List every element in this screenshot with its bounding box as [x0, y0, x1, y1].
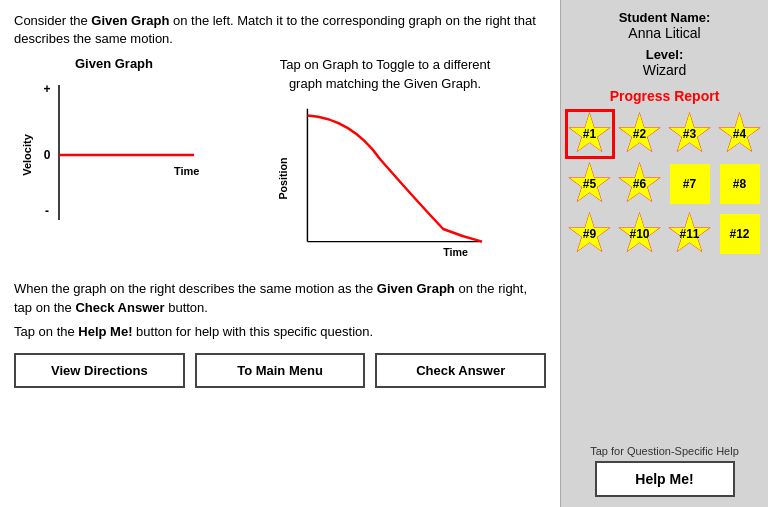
left-panel: Consider the Given Graph on the left. Ma…: [0, 0, 560, 507]
progress-item-label-4: #4: [733, 127, 746, 141]
progress-item-3[interactable]: #3: [668, 112, 712, 156]
right-graph-section[interactable]: Tap on Graph to Toggle to a differentgra…: [224, 56, 546, 260]
svg-text:0: 0: [44, 148, 51, 162]
progress-item-label-9: #9: [583, 227, 596, 241]
right-graph-svg[interactable]: Position Time: [270, 101, 500, 261]
level-value: Wizard: [643, 62, 687, 78]
svg-text:Time: Time: [174, 165, 199, 177]
progress-item-12[interactable]: #12: [718, 212, 762, 256]
bottom-instruction: When the graph on the right describes th…: [14, 279, 546, 318]
student-name-value: Anna Litical: [628, 25, 700, 41]
progress-item-10[interactable]: #10: [618, 212, 662, 256]
svg-text:-: -: [45, 204, 49, 218]
svg-text:+: +: [43, 82, 50, 96]
tap-instruction: Tap on Graph to Toggle to a differentgra…: [280, 56, 491, 92]
progress-item-label-2: #2: [633, 127, 646, 141]
level-label: Level:: [646, 47, 684, 62]
question-help-text: Tap for Question-Specific Help: [590, 445, 739, 457]
given-graph-svg: + 0 - Velocity Time: [19, 75, 209, 235]
student-name-label: Student Name:: [619, 10, 711, 25]
progress-item-1[interactable]: #1: [568, 112, 612, 156]
progress-grid: #1#2#3#4#5#6#7#8#9#10#11#12: [568, 112, 762, 256]
check-answer-button[interactable]: Check Answer: [375, 353, 546, 388]
progress-item-4[interactable]: #4: [718, 112, 762, 156]
right-graph-container[interactable]: Position Time: [270, 101, 500, 261]
svg-text:Velocity: Velocity: [21, 134, 33, 176]
to-main-menu-button[interactable]: To Main Menu: [195, 353, 366, 388]
main-instruction: Consider the Given Graph on the left. Ma…: [14, 12, 546, 48]
progress-item-6[interactable]: #6: [618, 162, 662, 206]
progress-item-7[interactable]: #7: [668, 162, 712, 206]
given-graph-container: + 0 - Velocity Time: [19, 75, 209, 235]
progress-item-2[interactable]: #2: [618, 112, 662, 156]
given-graph-section: Given Graph + 0 - Velocity Time: [14, 56, 214, 235]
progress-item-label-5: #5: [583, 177, 596, 191]
progress-item-label-7: #7: [683, 177, 696, 191]
right-panel: Student Name: Anna Litical Level: Wizard…: [560, 0, 768, 507]
given-graph-label: Given Graph: [75, 56, 153, 71]
progress-item-11[interactable]: #11: [668, 212, 712, 256]
progress-item-label-1: #1: [583, 127, 596, 141]
svg-text:Time: Time: [443, 246, 468, 258]
help-me-button[interactable]: Help Me!: [595, 461, 735, 497]
progress-item-label-3: #3: [683, 127, 696, 141]
progress-item-label-8: #8: [733, 177, 746, 191]
svg-text:Position: Position: [277, 157, 289, 199]
graphs-area: Given Graph + 0 - Velocity Time: [14, 56, 546, 260]
view-directions-button[interactable]: View Directions: [14, 353, 185, 388]
progress-item-5[interactable]: #5: [568, 162, 612, 206]
progress-item-label-11: #11: [679, 227, 699, 241]
help-instruction: Tap on the Help Me! button for help with…: [14, 324, 546, 339]
progress-report-title: Progress Report: [610, 88, 720, 104]
buttons-row: View Directions To Main Menu Check Answe…: [14, 353, 546, 388]
progress-item-label-6: #6: [633, 177, 646, 191]
progress-item-label-12: #12: [729, 227, 749, 241]
progress-item-8[interactable]: #8: [718, 162, 762, 206]
progress-item-label-10: #10: [629, 227, 649, 241]
progress-item-9[interactable]: #9: [568, 212, 612, 256]
